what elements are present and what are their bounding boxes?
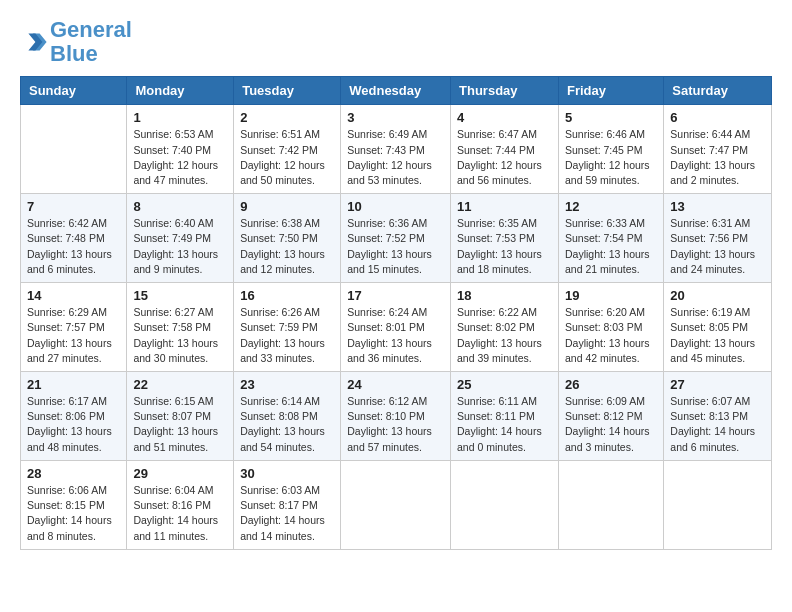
calendar-cell: 4Sunrise: 6:47 AM Sunset: 7:44 PM Daylig… [451,105,559,194]
day-info: Sunrise: 6:49 AM Sunset: 7:43 PM Dayligh… [347,127,444,188]
day-number: 8 [133,199,227,214]
calendar-cell: 20Sunrise: 6:19 AM Sunset: 8:05 PM Dayli… [664,283,772,372]
weekday-header: Wednesday [341,77,451,105]
day-info: Sunrise: 6:27 AM Sunset: 7:58 PM Dayligh… [133,305,227,366]
calendar-cell: 5Sunrise: 6:46 AM Sunset: 7:45 PM Daylig… [558,105,663,194]
day-info: Sunrise: 6:26 AM Sunset: 7:59 PM Dayligh… [240,305,334,366]
calendar-cell: 11Sunrise: 6:35 AM Sunset: 7:53 PM Dayli… [451,194,559,283]
day-number: 6 [670,110,765,125]
day-info: Sunrise: 6:40 AM Sunset: 7:49 PM Dayligh… [133,216,227,277]
calendar-cell: 10Sunrise: 6:36 AM Sunset: 7:52 PM Dayli… [341,194,451,283]
day-info: Sunrise: 6:11 AM Sunset: 8:11 PM Dayligh… [457,394,552,455]
calendar-cell [558,460,663,549]
weekday-header: Friday [558,77,663,105]
calendar-cell: 26Sunrise: 6:09 AM Sunset: 8:12 PM Dayli… [558,372,663,461]
day-number: 2 [240,110,334,125]
calendar-cell: 24Sunrise: 6:12 AM Sunset: 8:10 PM Dayli… [341,372,451,461]
day-info: Sunrise: 6:29 AM Sunset: 7:57 PM Dayligh… [27,305,120,366]
day-info: Sunrise: 6:31 AM Sunset: 7:56 PM Dayligh… [670,216,765,277]
day-info: Sunrise: 6:53 AM Sunset: 7:40 PM Dayligh… [133,127,227,188]
calendar-cell: 2Sunrise: 6:51 AM Sunset: 7:42 PM Daylig… [234,105,341,194]
day-number: 17 [347,288,444,303]
calendar-cell: 13Sunrise: 6:31 AM Sunset: 7:56 PM Dayli… [664,194,772,283]
day-info: Sunrise: 6:17 AM Sunset: 8:06 PM Dayligh… [27,394,120,455]
logo-text: General Blue [50,18,132,66]
day-info: Sunrise: 6:36 AM Sunset: 7:52 PM Dayligh… [347,216,444,277]
day-number: 29 [133,466,227,481]
calendar-cell: 7Sunrise: 6:42 AM Sunset: 7:48 PM Daylig… [21,194,127,283]
weekday-header: Thursday [451,77,559,105]
calendar-cell [21,105,127,194]
day-number: 24 [347,377,444,392]
day-number: 27 [670,377,765,392]
weekday-header: Monday [127,77,234,105]
day-info: Sunrise: 6:46 AM Sunset: 7:45 PM Dayligh… [565,127,657,188]
day-number: 1 [133,110,227,125]
calendar-cell: 17Sunrise: 6:24 AM Sunset: 8:01 PM Dayli… [341,283,451,372]
day-info: Sunrise: 6:19 AM Sunset: 8:05 PM Dayligh… [670,305,765,366]
day-info: Sunrise: 6:24 AM Sunset: 8:01 PM Dayligh… [347,305,444,366]
calendar-cell: 19Sunrise: 6:20 AM Sunset: 8:03 PM Dayli… [558,283,663,372]
page: General Blue SundayMondayTuesdayWednesda… [0,0,792,560]
day-number: 21 [27,377,120,392]
day-info: Sunrise: 6:38 AM Sunset: 7:50 PM Dayligh… [240,216,334,277]
day-info: Sunrise: 6:51 AM Sunset: 7:42 PM Dayligh… [240,127,334,188]
day-info: Sunrise: 6:14 AM Sunset: 8:08 PM Dayligh… [240,394,334,455]
day-number: 30 [240,466,334,481]
day-number: 26 [565,377,657,392]
day-number: 22 [133,377,227,392]
calendar-cell: 6Sunrise: 6:44 AM Sunset: 7:47 PM Daylig… [664,105,772,194]
calendar-table: SundayMondayTuesdayWednesdayThursdayFrid… [20,76,772,549]
day-number: 25 [457,377,552,392]
calendar-row: 1Sunrise: 6:53 AM Sunset: 7:40 PM Daylig… [21,105,772,194]
day-info: Sunrise: 6:09 AM Sunset: 8:12 PM Dayligh… [565,394,657,455]
day-number: 16 [240,288,334,303]
calendar-cell [664,460,772,549]
calendar-cell: 29Sunrise: 6:04 AM Sunset: 8:16 PM Dayli… [127,460,234,549]
day-number: 18 [457,288,552,303]
day-number: 4 [457,110,552,125]
header-row: SundayMondayTuesdayWednesdayThursdayFrid… [21,77,772,105]
day-number: 19 [565,288,657,303]
day-info: Sunrise: 6:15 AM Sunset: 8:07 PM Dayligh… [133,394,227,455]
calendar-row: 28Sunrise: 6:06 AM Sunset: 8:15 PM Dayli… [21,460,772,549]
day-number: 28 [27,466,120,481]
calendar-cell: 8Sunrise: 6:40 AM Sunset: 7:49 PM Daylig… [127,194,234,283]
day-info: Sunrise: 6:20 AM Sunset: 8:03 PM Dayligh… [565,305,657,366]
calendar-cell [451,460,559,549]
logo: General Blue [20,18,132,66]
day-info: Sunrise: 6:47 AM Sunset: 7:44 PM Dayligh… [457,127,552,188]
calendar-cell: 12Sunrise: 6:33 AM Sunset: 7:54 PM Dayli… [558,194,663,283]
day-info: Sunrise: 6:42 AM Sunset: 7:48 PM Dayligh… [27,216,120,277]
day-number: 7 [27,199,120,214]
day-info: Sunrise: 6:07 AM Sunset: 8:13 PM Dayligh… [670,394,765,455]
day-info: Sunrise: 6:22 AM Sunset: 8:02 PM Dayligh… [457,305,552,366]
day-info: Sunrise: 6:44 AM Sunset: 7:47 PM Dayligh… [670,127,765,188]
day-number: 20 [670,288,765,303]
logo-icon [20,28,48,56]
calendar-cell: 30Sunrise: 6:03 AM Sunset: 8:17 PM Dayli… [234,460,341,549]
calendar-cell: 25Sunrise: 6:11 AM Sunset: 8:11 PM Dayli… [451,372,559,461]
calendar-cell: 16Sunrise: 6:26 AM Sunset: 7:59 PM Dayli… [234,283,341,372]
day-number: 15 [133,288,227,303]
day-info: Sunrise: 6:35 AM Sunset: 7:53 PM Dayligh… [457,216,552,277]
day-info: Sunrise: 6:03 AM Sunset: 8:17 PM Dayligh… [240,483,334,544]
day-number: 3 [347,110,444,125]
calendar-row: 21Sunrise: 6:17 AM Sunset: 8:06 PM Dayli… [21,372,772,461]
calendar-cell: 27Sunrise: 6:07 AM Sunset: 8:13 PM Dayli… [664,372,772,461]
calendar-row: 14Sunrise: 6:29 AM Sunset: 7:57 PM Dayli… [21,283,772,372]
day-info: Sunrise: 6:06 AM Sunset: 8:15 PM Dayligh… [27,483,120,544]
calendar-cell: 9Sunrise: 6:38 AM Sunset: 7:50 PM Daylig… [234,194,341,283]
day-number: 13 [670,199,765,214]
calendar-cell: 3Sunrise: 6:49 AM Sunset: 7:43 PM Daylig… [341,105,451,194]
day-number: 5 [565,110,657,125]
calendar-cell: 18Sunrise: 6:22 AM Sunset: 8:02 PM Dayli… [451,283,559,372]
header: General Blue [20,18,772,66]
calendar-cell: 28Sunrise: 6:06 AM Sunset: 8:15 PM Dayli… [21,460,127,549]
day-number: 23 [240,377,334,392]
day-info: Sunrise: 6:33 AM Sunset: 7:54 PM Dayligh… [565,216,657,277]
calendar-cell: 21Sunrise: 6:17 AM Sunset: 8:06 PM Dayli… [21,372,127,461]
weekday-header: Saturday [664,77,772,105]
day-number: 9 [240,199,334,214]
day-number: 10 [347,199,444,214]
